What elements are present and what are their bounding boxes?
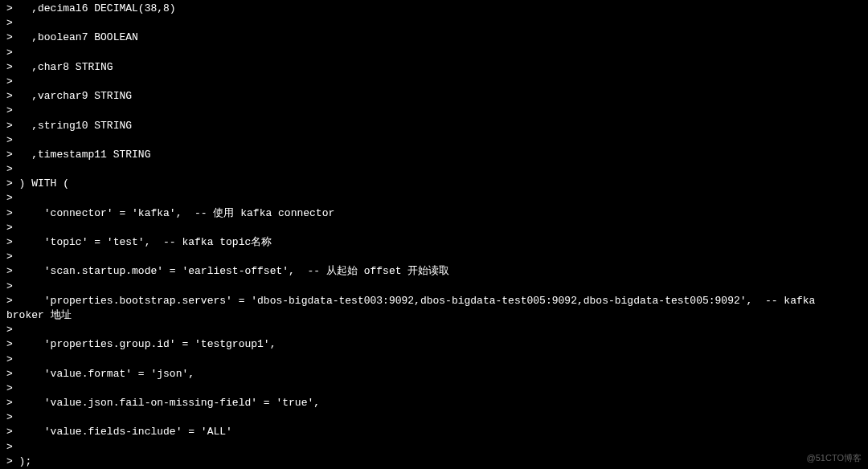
terminal-line: > ) WITH (: [6, 177, 862, 191]
terminal-line: broker 地址: [6, 308, 862, 323]
terminal-line: > 'properties.bootstrap.servers' = 'dbos…: [6, 294, 862, 308]
continuation-prompt: >: [6, 236, 13, 248]
sql-text: 'value.format' = 'json',: [13, 368, 194, 380]
continuation-prompt: >: [6, 251, 13, 263]
terminal-line: >: [6, 133, 862, 148]
continuation-prompt: >: [6, 163, 13, 175]
continuation-prompt: >: [6, 177, 13, 190]
continuation-prompt: >: [6, 426, 13, 438]
watermark: @51CTO博客: [807, 452, 862, 464]
continuation-prompt: >: [6, 368, 13, 380]
continuation-prompt: >: [6, 411, 13, 423]
sql-text: );: [13, 455, 31, 467]
continuation-prompt: >: [6, 2, 13, 14]
continuation-prompt: >: [6, 324, 13, 336]
terminal-line: >: [6, 221, 862, 235]
sql-text: ,timestamp11 STRING: [13, 149, 151, 161]
sql-text: 'connector' = 'kafka', -- 使用 kafka conne…: [13, 207, 334, 219]
continuation-prompt: >: [6, 265, 13, 277]
terminal-line: >: [6, 104, 862, 118]
continuation-prompt: >: [6, 17, 13, 29]
terminal-line: >: [6, 323, 862, 337]
sql-text: 'scan.startup.mode' = 'earliest-offset',…: [13, 265, 449, 277]
sql-text: ) WITH (: [13, 177, 69, 190]
terminal-line: > ,boolean7 BOOLEAN: [6, 31, 862, 45]
terminal-line: >: [6, 46, 862, 60]
continuation-prompt: >: [6, 149, 13, 161]
sql-text: 'value.json.fail-on-missing-field' = 'tr…: [13, 397, 320, 409]
terminal-line: >: [6, 16, 862, 31]
sql-text: 'topic' = 'test', -- kafka topic名称: [13, 236, 272, 248]
continuation-prompt: >: [6, 75, 13, 88]
terminal-line: > ,char8 STRING: [6, 60, 862, 75]
continuation-prompt: >: [6, 382, 13, 394]
continuation-prompt: >: [6, 338, 13, 350]
continuation-prompt: >: [6, 441, 13, 453]
terminal-line: >: [6, 191, 862, 206]
terminal-line: > 'connector' = 'kafka', -- 使用 kafka con…: [6, 206, 862, 221]
continuation-prompt: >: [6, 134, 13, 146]
terminal-line: >: [6, 440, 862, 455]
terminal-line: > 'value.fields-include' = 'ALL': [6, 425, 862, 439]
terminal-line: >: [6, 410, 862, 425]
sql-text: 'value.fields-include' = 'ALL': [13, 426, 232, 438]
terminal-line: > 'value.format' = 'json',: [6, 367, 862, 381]
sql-text: ,decimal6 DECIMAL(38,8): [13, 2, 176, 14]
terminal-line: > );: [6, 455, 862, 469]
sql-text: 'properties.group.id' = 'testgroup1',: [13, 338, 276, 350]
continuation-prompt: >: [6, 207, 13, 219]
continuation-prompt: >: [6, 280, 13, 292]
terminal-line: > ,timestamp11 STRING: [6, 148, 862, 162]
continuation-prompt: >: [6, 31, 13, 43]
terminal-line: >: [6, 381, 862, 396]
terminal-line: > 'properties.group.id' = 'testgroup1',: [6, 337, 862, 352]
continuation-prompt: >: [6, 104, 13, 116]
continuation-prompt: >: [6, 455, 13, 467]
continuation-prompt: >: [6, 353, 13, 365]
sql-text: broker 地址: [6, 309, 72, 321]
sql-text: ,char8 STRING: [13, 61, 113, 73]
sql-text: ,varchar9 STRING: [13, 90, 132, 102]
terminal-output[interactable]: > ,decimal6 DECIMAL(38,8)>> ,boolean7 BO…: [6, 2, 862, 469]
continuation-prompt: >: [6, 120, 13, 132]
terminal-line: > 'value.json.fail-on-missing-field' = '…: [6, 396, 862, 410]
continuation-prompt: >: [6, 295, 13, 307]
terminal-line: >: [6, 75, 862, 89]
terminal-line: > 'topic' = 'test', -- kafka topic名称: [6, 235, 862, 250]
continuation-prompt: >: [6, 222, 13, 234]
terminal-line: > 'scan.startup.mode' = 'earliest-offset…: [6, 264, 862, 279]
sql-text: ,string10 STRING: [13, 120, 132, 132]
terminal-line: >: [6, 279, 862, 294]
terminal-line: > ,varchar9 STRING: [6, 89, 862, 104]
continuation-prompt: >: [6, 192, 13, 204]
terminal-line: > ,string10 STRING: [6, 119, 862, 133]
sql-text: 'properties.bootstrap.servers' = 'dbos-b…: [13, 295, 816, 307]
terminal-line: >: [6, 353, 862, 367]
sql-text: ,boolean7 BOOLEAN: [13, 31, 138, 43]
continuation-prompt: >: [6, 47, 13, 59]
terminal-line: > ,decimal6 DECIMAL(38,8): [6, 2, 862, 16]
continuation-prompt: >: [6, 61, 13, 73]
continuation-prompt: >: [6, 90, 13, 102]
terminal-line: >: [6, 162, 862, 177]
terminal-line: >: [6, 250, 862, 264]
continuation-prompt: >: [6, 397, 13, 409]
